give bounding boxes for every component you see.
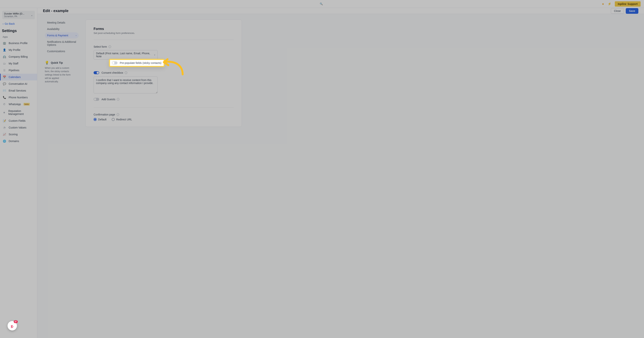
sidebar-item-label: Domains <box>9 140 19 143</box>
staff-icon: 🗂 <box>3 62 6 65</box>
sidebar-item-label: Email Services <box>9 89 26 92</box>
consent-textarea[interactable] <box>94 77 158 94</box>
consent-checkbox-label: Consent checkbox <box>102 71 123 74</box>
mail-icon: ✉️ <box>3 89 6 92</box>
tab-availability[interactable]: Availability <box>45 26 79 32</box>
add-guests-toggle[interactable] <box>94 98 99 101</box>
sidebar-item-pipelines[interactable]: ☰Pipelines <box>0 67 37 74</box>
sidebar-item-my-profile[interactable]: 👤My Profile <box>0 47 37 53</box>
sidebar-item-reputation-management[interactable]: ★Reputation Management <box>0 108 37 117</box>
sidebar-item-label: Business Profile <box>9 42 28 45</box>
sidebar-item-whatsapp[interactable]: ✆WhatsAppbeta <box>0 101 37 108</box>
quick-tip-heading: Quick Tip <box>51 61 63 64</box>
tab-label: Customizations <box>47 50 65 53</box>
info-icon[interactable]: i <box>125 71 127 74</box>
chevron-left-icon: ‹ <box>3 22 4 25</box>
chevron-down-icon: ⌄ <box>31 14 33 17</box>
badge-count: 87 <box>14 320 18 323</box>
confirmation-redirect-radio[interactable]: Redirect URL <box>112 118 132 121</box>
form-tabs: Meeting DetailsAvailabilityForms & Payme… <box>45 20 79 127</box>
divider <box>94 40 234 40</box>
divider <box>94 108 234 108</box>
values-icon: ◔ <box>3 126 6 129</box>
tab-meeting-details[interactable]: Meeting Details <box>45 20 79 26</box>
info-icon[interactable]: i <box>108 45 111 48</box>
chevron-down-icon: ▾ <box>154 54 155 56</box>
consent-checkbox-toggle[interactable] <box>94 71 99 74</box>
pipeline-icon: ☰ <box>3 69 6 72</box>
account-switcher[interactable]: Dunder Mifflin [D... Scranton, PA ⌄ <box>2 11 35 19</box>
add-guests-label: Add Guests <box>102 98 115 101</box>
sidebar-item-email-services[interactable]: ✉️Email Services <box>0 87 37 94</box>
sidebar-item-label: WhatsApp <box>9 103 21 106</box>
grammarly-badge[interactable]: g. 87 <box>8 321 17 330</box>
prepopulate-highlight: Pre-populate fields (sticky contacts) <box>109 59 164 67</box>
sidebar-item-label: Phone Numbers <box>9 96 28 99</box>
callout-arrow-icon <box>160 57 186 77</box>
prepopulate-label: Pre-populate fields (sticky contacts) <box>120 61 162 65</box>
sidebar-item-custom-values[interactable]: ◔Custom Values <box>0 124 37 131</box>
select-form-dropdown[interactable]: Default (First name, Last name, Email, P… <box>94 50 158 60</box>
sidebar-item-label: Calendars <box>9 76 21 79</box>
building-icon: 🏢 <box>3 42 6 45</box>
quick-tip: 💡 Quick Tip When you add a custom form, … <box>45 61 79 83</box>
fields-icon: 📝 <box>3 119 6 122</box>
radio-default-label: Default <box>98 118 106 121</box>
sidebar-item-domains[interactable]: 🌐Domains <box>0 138 37 145</box>
sidebar-group-apps: Apps <box>0 36 37 40</box>
star-icon: ★ <box>3 111 6 114</box>
sidebar-item-calendars[interactable]: 📅Calendars <box>0 74 37 81</box>
sidebar-item-label: Pipelines <box>9 69 20 72</box>
sidebar-item-company-billing[interactable]: 📇Company Billing <box>0 53 37 60</box>
sidebar-item-conversation-ai[interactable]: 💬Conversation AI <box>0 81 37 87</box>
sidebar-item-phone-numbers[interactable]: 📞Phone Numbers <box>0 94 37 101</box>
url-display: 🔍 <box>318 1 326 7</box>
sidebar-item-label: Custom Fields <box>9 119 26 122</box>
settings-sidebar: Dunder Mifflin [D... Scranton, PA ⌄ ‹ Go… <box>0 8 37 338</box>
beta-badge: beta <box>24 103 30 106</box>
tab-notifications-additional-options[interactable]: Notifications & Additional Options <box>45 39 79 48</box>
radio-checked-icon <box>94 118 96 121</box>
sidebar-item-label: Company Billing <box>9 55 28 58</box>
sidebar-item-label: My Profile <box>9 49 20 52</box>
billing-icon: 📇 <box>3 55 6 58</box>
sidebar-item-label: Scoring <box>9 133 18 136</box>
confirmation-page-label: Confirmation page i <box>94 113 234 116</box>
panel-subtitle: Set post-scheduling form preferences. <box>94 32 234 35</box>
bolt-icon[interactable]: ⚡ <box>608 2 612 6</box>
settings-heading: Settings <box>0 29 37 36</box>
account-name: Dunder Mifflin [D... <box>4 12 29 15</box>
tab-forms-payment[interactable]: Forms & Payment› <box>45 33 79 39</box>
add-guests-row: Add Guests i <box>94 96 234 102</box>
info-icon[interactable]: i <box>117 98 120 101</box>
tab-label: Meeting Details <box>47 21 65 24</box>
info-icon[interactable]: i <box>116 113 119 116</box>
g-logo-icon: g. <box>11 324 14 328</box>
support-button[interactable]: topline Support <box>615 1 640 7</box>
select-form-value: Default (First name, Last name, Email, P… <box>96 52 154 58</box>
topbar: 🔍 ★ ⚡ topline Support <box>0 0 644 8</box>
sidebar-item-label: My Staff <box>9 62 18 65</box>
confirmation-default-radio[interactable]: Default <box>94 118 106 121</box>
select-form-label: Select form i <box>94 45 234 48</box>
sidebar-item-my-staff[interactable]: 🗂My Staff <box>0 60 37 67</box>
go-back-link[interactable]: ‹ Go Back <box>0 21 37 29</box>
sidebar-item-scoring[interactable]: 📈Scoring <box>0 131 37 138</box>
tab-label: Availability <box>47 28 60 31</box>
sidebar-item-custom-fields[interactable]: 📝Custom Fields <box>0 117 37 124</box>
search-glass-icon: 🔍 <box>318 1 324 7</box>
close-button[interactable]: Close <box>611 8 624 14</box>
favorite-star-icon[interactable]: ★ <box>602 3 604 6</box>
sidebar-item-business-profile[interactable]: 🏢Business Profile <box>0 40 37 47</box>
save-button[interactable]: Save <box>626 8 638 14</box>
prepopulate-toggle[interactable] <box>112 61 118 65</box>
tab-customizations[interactable]: Customizations <box>45 48 79 54</box>
sidebar-item-label: Custom Values <box>9 126 26 129</box>
account-location: Scranton, PA <box>4 15 29 18</box>
quick-tip-body: When you add a custom form, the sticky c… <box>45 66 73 83</box>
radio-unchecked-icon <box>112 118 115 121</box>
panel-title: Forms <box>94 27 234 31</box>
page-header: Edit - example Close Save <box>37 8 644 14</box>
scoring-icon: 📈 <box>3 133 6 136</box>
user-icon: 👤 <box>3 49 6 52</box>
